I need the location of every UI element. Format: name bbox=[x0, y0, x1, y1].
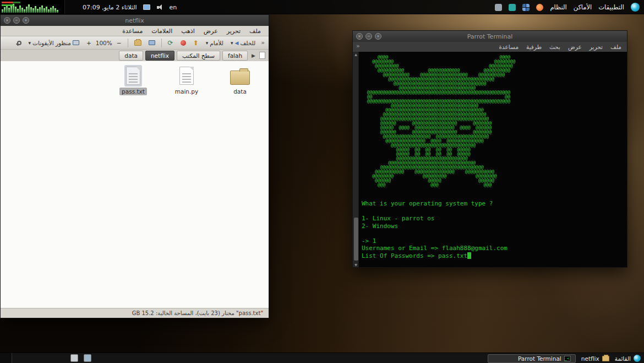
terminal-titlebar[interactable]: × − + Parrot Terminal bbox=[353, 31, 627, 42]
up-button[interactable]: ⬆ bbox=[190, 38, 201, 48]
menu-terminal[interactable]: طرفية bbox=[526, 44, 542, 50]
output-line: -> 1 bbox=[362, 237, 623, 245]
terminal-menubar: ملف تحرير عرض بحث طرفية مساعدة « bbox=[353, 42, 627, 52]
terminal-body[interactable]: ▲ ▼ @@@@ @@@@ @@@@@@@@ @@@@@@@@ @@@@@@@@… bbox=[353, 52, 627, 267]
window-list-icon[interactable] bbox=[70, 354, 78, 362]
taskbar-menu-button[interactable]: القائمة bbox=[615, 355, 641, 362]
show-desktop-button[interactable] bbox=[0, 353, 12, 363]
maximize-icon[interactable]: + bbox=[375, 33, 381, 40]
zoom-in-button[interactable]: + bbox=[84, 39, 94, 47]
screenshot-icon[interactable] bbox=[495, 4, 502, 11]
home-folder-button[interactable] bbox=[132, 39, 144, 47]
view-mode-select[interactable]: منظور الأيقونات ▾ bbox=[26, 39, 82, 47]
menu-places[interactable]: الأماكن bbox=[574, 3, 592, 11]
zoom-out-button[interactable]: − bbox=[114, 39, 124, 47]
panel-indicators: الثلاثاء 2 مايو, 07:09 en bbox=[83, 0, 177, 14]
taskbar-window-label: netflix bbox=[581, 355, 599, 362]
terminal-window: × − + Parrot Terminal ملف تحرير عرض بحث … bbox=[352, 30, 627, 268]
file-label: main.py bbox=[173, 88, 200, 95]
terminal-cursor bbox=[467, 252, 471, 259]
breadcrumb-data[interactable]: data bbox=[119, 51, 143, 61]
window-title: Parrot Terminal bbox=[467, 33, 513, 40]
output-line bbox=[362, 208, 623, 215]
search-button[interactable] bbox=[14, 40, 24, 46]
menu-help[interactable]: مساعدة bbox=[122, 28, 143, 35]
display-icon[interactable] bbox=[143, 4, 150, 10]
keyboard-layout-indicator[interactable]: en bbox=[170, 4, 177, 11]
minimize-icon[interactable]: − bbox=[13, 17, 20, 24]
edit-location-icon[interactable] bbox=[259, 52, 265, 59]
terminal-scrollbar[interactable]: ▲ ▼ bbox=[353, 52, 359, 267]
stop-button[interactable] bbox=[178, 39, 189, 47]
zoom-out-icon: − bbox=[117, 40, 122, 46]
menu-go[interactable]: اذهب bbox=[181, 28, 195, 35]
minimize-icon[interactable]: − bbox=[365, 33, 372, 40]
menu-file[interactable]: ملف bbox=[610, 44, 621, 50]
chevron-down-icon: ▾ bbox=[231, 40, 233, 46]
prompt-line[interactable]: List Of Passwords => pass.txt bbox=[362, 252, 623, 260]
taskbar-window-netflix[interactable]: netflix bbox=[581, 355, 609, 362]
file-item-data[interactable]: data bbox=[217, 67, 263, 95]
menu-view[interactable]: عرض bbox=[568, 44, 582, 50]
maximize-icon[interactable]: + bbox=[23, 17, 29, 24]
file-manager-window: × − + netflix ملف تحرير عرض اذهب العلاما… bbox=[0, 14, 269, 318]
panel-menus: التطبيقات الأماكن النظام bbox=[490, 0, 644, 14]
computer-button[interactable] bbox=[146, 39, 158, 46]
record-icon[interactable] bbox=[536, 4, 543, 11]
file-manager-toolbar: « للخلف ◀ ▾ للأمام ▾ ⬆ ⟳ − 100% + منظور … bbox=[1, 36, 269, 49]
zoom-in-icon: + bbox=[86, 40, 91, 46]
monitor-icon[interactable] bbox=[84, 354, 91, 362]
menu-bookmarks[interactable]: العلامات bbox=[151, 28, 172, 35]
menu-edit[interactable]: تحرير bbox=[227, 28, 241, 35]
output-line: Usernames or Email => flaah888@gmail.com bbox=[362, 245, 623, 252]
menu-view[interactable]: عرض bbox=[204, 28, 218, 35]
text-file-icon bbox=[126, 67, 140, 85]
scrollbar-thumb[interactable] bbox=[354, 218, 358, 261]
volume-icon[interactable] bbox=[156, 4, 163, 10]
terminal-icon: >_ bbox=[564, 356, 571, 361]
taskbar-window-terminal[interactable]: >_ Parrot Terminal bbox=[488, 354, 576, 363]
output-line: 2- Windows bbox=[362, 223, 623, 230]
window-controls: × − + bbox=[4, 17, 29, 24]
file-list: data main.py pass.txt bbox=[1, 61, 269, 308]
breadcrumb-netflix[interactable]: netflix bbox=[145, 51, 174, 61]
menubar-overflow-icon[interactable]: « bbox=[356, 42, 360, 50]
chevron-down-icon: ▾ bbox=[29, 40, 31, 46]
output-line bbox=[362, 230, 623, 237]
chat-icon[interactable] bbox=[509, 4, 516, 11]
folder-icon bbox=[230, 71, 250, 85]
output-line: What is your operating system type ? bbox=[362, 200, 623, 208]
menu-search[interactable]: بحث bbox=[549, 44, 560, 50]
menu-file[interactable]: ملف bbox=[249, 28, 261, 35]
audio-visualizer bbox=[0, 0, 65, 14]
close-icon[interactable]: × bbox=[356, 33, 363, 40]
search-icon bbox=[17, 41, 21, 45]
taskbar-right: القائمة netflix >_ Parrot Terminal bbox=[484, 353, 644, 363]
scroll-down-icon[interactable]: ▼ bbox=[353, 263, 359, 267]
workspace-switcher-icon[interactable] bbox=[522, 4, 530, 11]
file-item-passtxt[interactable]: pass.txt bbox=[110, 67, 156, 95]
clock[interactable]: الثلاثاء 2 مايو, 07:09 bbox=[83, 4, 137, 11]
parrot-logo-icon bbox=[634, 355, 641, 362]
menu-applications[interactable]: التطبيقات bbox=[598, 3, 624, 11]
prompt-text: List Of Passwords => pass.txt bbox=[362, 252, 467, 259]
output-line: 1- Linux - parrot os bbox=[362, 215, 623, 223]
forward-button[interactable]: للأمام ▾ bbox=[203, 39, 226, 47]
scroll-up-icon[interactable]: ▲ bbox=[353, 52, 359, 56]
menu-system[interactable]: النظام bbox=[550, 3, 566, 11]
taskbar-menu-label: القائمة bbox=[615, 355, 631, 362]
computer-icon bbox=[149, 40, 155, 45]
file-label: data bbox=[231, 88, 249, 95]
menu-edit[interactable]: تحرير bbox=[590, 44, 603, 50]
toolbar-overflow-icon[interactable]: « bbox=[260, 39, 266, 46]
file-item-mainpy[interactable]: main.py bbox=[163, 67, 210, 95]
breadcrumb-falah[interactable]: falah bbox=[222, 51, 248, 61]
breadcrumb-desktop[interactable]: سطح المكتب bbox=[177, 51, 220, 61]
refresh-button[interactable]: ⟳ bbox=[165, 38, 176, 48]
back-button[interactable]: للخلف ◀ ▾ bbox=[228, 39, 258, 47]
close-icon[interactable]: × bbox=[4, 17, 10, 24]
parrot-logo-icon[interactable] bbox=[631, 3, 640, 12]
pathbar-scroll-icon[interactable]: ▶ bbox=[250, 52, 257, 59]
menu-help[interactable]: مساعدة bbox=[499, 44, 519, 50]
file-manager-titlebar[interactable]: × − + netflix bbox=[1, 15, 269, 26]
